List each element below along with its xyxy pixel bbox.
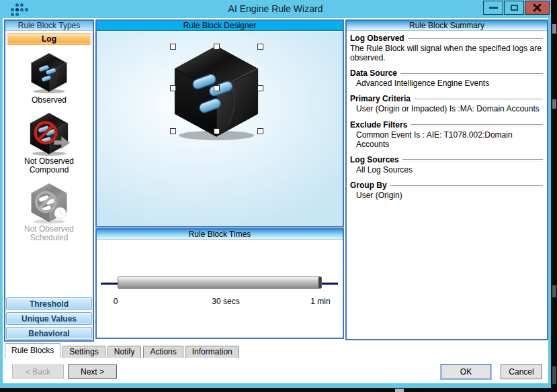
summary-section-exclude-filters: Exclude Filters Common Event Is : AIE: T…	[350, 120, 543, 149]
background-window-fragment	[552, 366, 556, 384]
background-window-fragment	[552, 285, 556, 297]
client-area: Rule Block Types Log Observed Not Observ…	[3, 18, 548, 383]
log-not-observed-compound-cube-icon	[27, 111, 71, 156]
summary-heading: Group By	[350, 181, 543, 190]
rule-block-types-header: Rule Block Types	[5, 21, 93, 31]
window-title: AI Engine Rule Wizard	[0, 3, 551, 14]
time-slider-bar[interactable]	[118, 277, 322, 289]
sidebar-item-observed[interactable]: Observed	[5, 52, 93, 105]
summary-section-primary-criteria: Primary Criteria User (Origin or Impacte…	[350, 94, 543, 113]
square-icon	[511, 5, 518, 11]
rule-block-designer-panel: Rule Block Designer	[95, 19, 344, 228]
selected-rule-block[interactable]	[169, 42, 263, 140]
selection-handle-bottom-right[interactable]	[257, 128, 263, 134]
summary-section-data-source: Data Source Advanced Intelligence Engine…	[350, 68, 543, 88]
ok-button[interactable]: OK	[441, 364, 491, 379]
selection-handle-bottom-center[interactable]	[214, 128, 220, 134]
time-tick-0: 0	[114, 297, 118, 306]
titlebar: AI Engine Rule Wizard	[0, 0, 551, 18]
summary-heading: Primary Criteria	[350, 94, 543, 103]
summary-body: The Rule Block will signal when the spec…	[350, 44, 543, 62]
unique-values-type-button[interactable]: Unique Values	[6, 312, 92, 325]
selection-handle-mid-left[interactable]	[170, 85, 176, 91]
sidebar-item-label: Not Observed Compound	[12, 157, 86, 175]
log-observed-cube-icon	[29, 52, 69, 93]
back-button: < Back	[12, 364, 64, 379]
summary-heading: Log Observed	[350, 34, 543, 43]
cancel-button[interactable]: Cancel	[501, 364, 542, 379]
sidebar-item-label: Not Observed Scheduled	[12, 225, 86, 242]
summary-body: Advanced Intelligence Engine Events	[350, 79, 543, 88]
rule-block-types-panel: Rule Block Types Log Observed Not Observ…	[4, 19, 94, 342]
close-button[interactable]	[525, 1, 550, 15]
sidebar-item-label: Observed	[5, 96, 93, 105]
log-observed-cube-icon	[169, 42, 263, 140]
selection-handle-bottom-left[interactable]	[170, 128, 176, 134]
tab-rule-blocks[interactable]: Rule Blocks	[5, 343, 60, 358]
summary-heading: Log Sources	[350, 155, 543, 164]
summary-heading: Exclude Filters	[350, 120, 543, 130]
rule-block-times-header: Rule Block Times	[97, 230, 343, 240]
background-window-fragment	[552, 24, 556, 34]
selection-handle-mid-right[interactable]	[257, 85, 263, 91]
summary-heading: Data Source	[350, 68, 543, 78]
summary-body: User (Origin or Impacted) Is :MA: Domain…	[350, 104, 543, 113]
summary-section-log-observed: Log Observed The Rule Block will signal …	[350, 34, 543, 62]
tab-settings[interactable]: Settings	[62, 346, 105, 358]
selection-handle-top-right[interactable]	[257, 44, 263, 50]
summary-body: Common Event Is : AIE: T1078.002:Domain …	[350, 130, 543, 149]
behavioral-type-button[interactable]: Behavioral	[6, 327, 92, 340]
selection-handle-top-left[interactable]	[170, 44, 176, 50]
summary-body: All Log Sources	[350, 165, 543, 175]
minus-icon	[489, 7, 498, 9]
taskbar-fragment	[395, 389, 404, 392]
threshold-type-button[interactable]: Threshold	[6, 297, 92, 310]
wizard-window: AI Engine Rule Wizard Rule Block Types L…	[0, 0, 551, 388]
log-type-button[interactable]: Log	[7, 33, 91, 45]
designer-canvas[interactable]	[97, 32, 343, 226]
rule-block-times-panel: Rule Block Times 0 30 secs 1 min	[95, 228, 344, 339]
next-button[interactable]: Next >	[68, 364, 117, 379]
sidebar-item-not-observed-scheduled: Not Observed Scheduled	[5, 182, 93, 242]
selection-handle-top-center[interactable]	[214, 44, 220, 50]
rule-block-designer-header: Rule Block Designer	[97, 21, 343, 31]
time-tick-30: 30 secs	[212, 297, 239, 306]
tab-actions[interactable]: Actions	[143, 346, 183, 358]
rule-block-summary-header: Rule Block Summary	[347, 21, 547, 31]
time-tick-60: 1 min	[310, 297, 330, 306]
sidebar-item-not-observed-compound[interactable]: Not Observed Compound	[5, 111, 93, 175]
wizard-tab-strip: Rule Blocks Settings Notify Actions Info…	[5, 343, 241, 358]
maximize-button[interactable]	[504, 1, 524, 15]
tab-information[interactable]: Information	[185, 346, 239, 358]
summary-section-group-by: Group By User (Origin)	[350, 181, 543, 200]
summary-section-log-sources: Log Sources All Log Sources	[350, 155, 543, 175]
x-icon	[533, 3, 542, 12]
minimize-button[interactable]	[483, 1, 503, 15]
tab-notify[interactable]: Notify	[108, 346, 142, 358]
log-not-observed-scheduled-cube-icon	[28, 182, 70, 224]
selection-handle-mid-center[interactable]	[214, 85, 220, 91]
summary-body: User (Origin)	[350, 191, 543, 200]
rule-block-summary-panel: Rule Block Summary Log Observed The Rule…	[345, 19, 548, 340]
background-window-fragment	[552, 99, 556, 109]
